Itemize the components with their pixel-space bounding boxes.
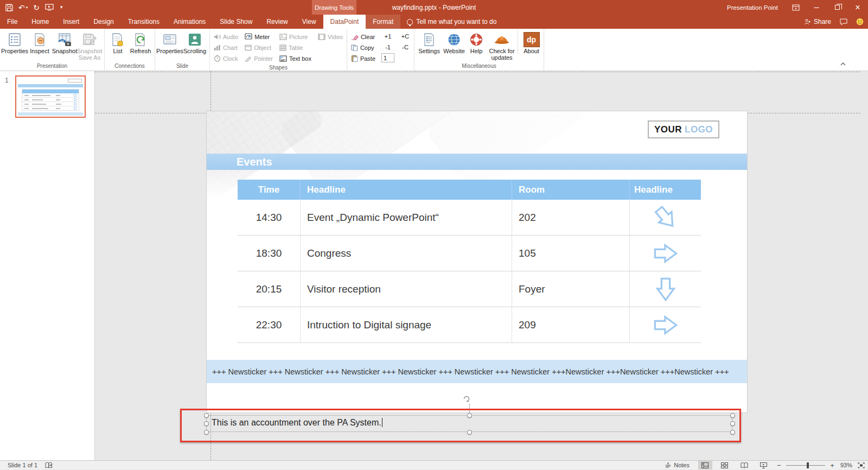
selection-handle-top-middle[interactable]	[467, 413, 472, 418]
website-globe-icon	[447, 31, 461, 48]
plus-one-button[interactable]: +1	[381, 31, 394, 42]
your-logo-placeholder[interactable]: YOUR LOGO	[648, 120, 719, 138]
slide-1[interactable]: YOUR LOGO Events Time Headline Room Head…	[206, 111, 748, 413]
table-row: 20:15 Visitor reception Foyer	[238, 271, 701, 307]
zoom-slider[interactable]	[786, 465, 825, 466]
slide-properties-button[interactable]: Properties	[157, 30, 182, 54]
website-button[interactable]: Website	[442, 30, 467, 54]
snapshot-button[interactable]: Snapshot	[52, 30, 77, 54]
group-actions: Clear Copy Paste +1 -1 +C -C	[347, 29, 414, 71]
plus-c-button[interactable]: +C	[399, 31, 412, 42]
tab-animations[interactable]: Animations	[167, 15, 213, 29]
video-button: Video	[316, 31, 344, 42]
list-button[interactable]: List	[107, 30, 129, 54]
save-icon[interactable]	[5, 4, 13, 11]
rotate-handle[interactable]	[462, 394, 471, 404]
restore-button[interactable]	[827, 0, 847, 15]
clock-icon	[214, 55, 221, 62]
normal-view-button[interactable]	[698, 461, 712, 469]
tab-file[interactable]: File	[0, 15, 24, 29]
logo-text-your: YOUR	[654, 124, 682, 135]
check-for-updates-button[interactable]: Check for updates	[486, 30, 518, 61]
ribbon-display-options-button[interactable]	[786, 0, 806, 15]
events-title-banner[interactable]: Events	[207, 154, 747, 170]
slide-show-button[interactable]	[757, 461, 771, 469]
spell-check-icon[interactable]	[45, 462, 53, 468]
close-button[interactable]: ×	[847, 0, 868, 15]
tab-design[interactable]: Design	[86, 15, 120, 29]
table-icon	[279, 45, 286, 51]
meter-icon	[245, 33, 252, 40]
notes-button[interactable]: Notes	[662, 461, 693, 469]
comments-icon[interactable]	[840, 18, 847, 25]
snapshot-camera-icon	[57, 31, 72, 48]
collapse-ribbon-button[interactable]	[840, 59, 846, 68]
header-headline-2: Headline	[630, 180, 701, 200]
start-from-beginning-button[interactable]	[45, 4, 54, 11]
reading-view-button[interactable]	[737, 461, 751, 469]
scrolling-button[interactable]: Scrolling	[182, 30, 207, 54]
announcement-text: This is an accountment over the PA Syste…	[212, 418, 381, 427]
selection-handle-middle-right[interactable]	[730, 421, 735, 426]
copy-button[interactable]: Copy	[349, 42, 377, 53]
minus-c-button[interactable]: -C	[399, 42, 412, 53]
signed-in-user[interactable]: Presentation Point	[719, 0, 786, 15]
tab-view[interactable]: View	[295, 15, 323, 29]
meter-button[interactable]: Meter	[243, 31, 275, 42]
selection-handle-top-right[interactable]	[730, 413, 735, 418]
slide-editing-canvas[interactable]: YOUR LOGO Events Time Headline Room Head…	[95, 71, 868, 460]
slide-thumbnail-1[interactable]	[15, 75, 86, 118]
customize-quick-access-button[interactable]: ▾	[59, 5, 63, 10]
zoom-in-button[interactable]: +	[829, 461, 835, 469]
presentation-properties-button[interactable]: Properties	[2, 30, 27, 54]
inspect-button[interactable]: Inspect	[27, 30, 52, 54]
undo-button[interactable]: ↶▾	[18, 4, 28, 11]
zoom-level[interactable]: 93%	[840, 462, 852, 468]
header-room: Room	[512, 180, 630, 200]
about-button[interactable]: dp About	[518, 30, 541, 54]
slide-sorter-view-button[interactable]	[718, 461, 732, 469]
minimize-button[interactable]: ─	[806, 0, 827, 15]
group-slide: Properties Scrolling Slide	[155, 29, 210, 71]
paste-button[interactable]: Paste	[349, 53, 377, 63]
newsticker-bar[interactable]: +++ Newsticker +++ Newsticker +++ Newsti…	[207, 360, 747, 383]
slide-indicator[interactable]: Slide 1 of 1	[8, 462, 37, 468]
settings-button[interactable]: Settings	[417, 30, 442, 54]
tell-me-box[interactable]: Tell me what you want to do	[400, 15, 503, 29]
minus-one-button[interactable]: -1	[381, 42, 394, 53]
fit-slide-to-window-button[interactable]	[858, 462, 865, 468]
selection-handle-middle-left[interactable]	[204, 421, 209, 426]
refresh-button[interactable]: Refresh	[129, 30, 152, 54]
events-table[interactable]: Time Headline Room Headline 14:30 Event …	[238, 180, 701, 343]
arrow-right-icon	[653, 313, 679, 337]
selection-handle-top-left[interactable]	[204, 413, 209, 418]
undo-dropdown-icon[interactable]: ▾	[26, 5, 28, 9]
feedback-smiley-icon[interactable]	[856, 18, 864, 26]
count-input[interactable]	[381, 53, 394, 62]
zoom-out-button[interactable]: −	[776, 461, 782, 469]
group-miscellaneous: Settings Website Help Check for updates …	[414, 29, 544, 71]
tab-insert[interactable]: Insert	[56, 15, 86, 29]
help-button[interactable]: Help	[467, 30, 486, 54]
guide-line-horizontal-top[interactable]	[95, 72, 860, 72]
chart-icon	[214, 45, 221, 51]
clear-button[interactable]: Clear	[349, 31, 377, 42]
tab-slide-show[interactable]: Slide Show	[213, 15, 259, 29]
arrow-down-icon	[654, 276, 678, 302]
selection-handle-bottom-right[interactable]	[730, 430, 735, 435]
selection-handle-bottom-middle[interactable]	[467, 430, 472, 435]
header-headline: Headline	[301, 180, 512, 200]
share-button[interactable]: Share	[804, 18, 831, 26]
picture-icon	[279, 34, 287, 40]
tab-datapoint-active[interactable]: DataPoint	[323, 15, 366, 29]
scrolling-person-icon	[188, 31, 201, 48]
redo-button[interactable]: ↻	[33, 4, 40, 11]
tab-transitions[interactable]: Transitions	[121, 15, 167, 29]
announcement-textbox[interactable]: This is an accountment over the PA Syste…	[212, 418, 382, 428]
selection-handle-bottom-left[interactable]	[204, 430, 209, 435]
text-box-button[interactable]: Text box	[278, 53, 313, 63]
zoom-slider-thumb[interactable]	[807, 462, 809, 468]
tab-home[interactable]: Home	[24, 15, 56, 29]
tab-review[interactable]: Review	[259, 15, 295, 29]
tab-format[interactable]: Format	[366, 15, 400, 29]
